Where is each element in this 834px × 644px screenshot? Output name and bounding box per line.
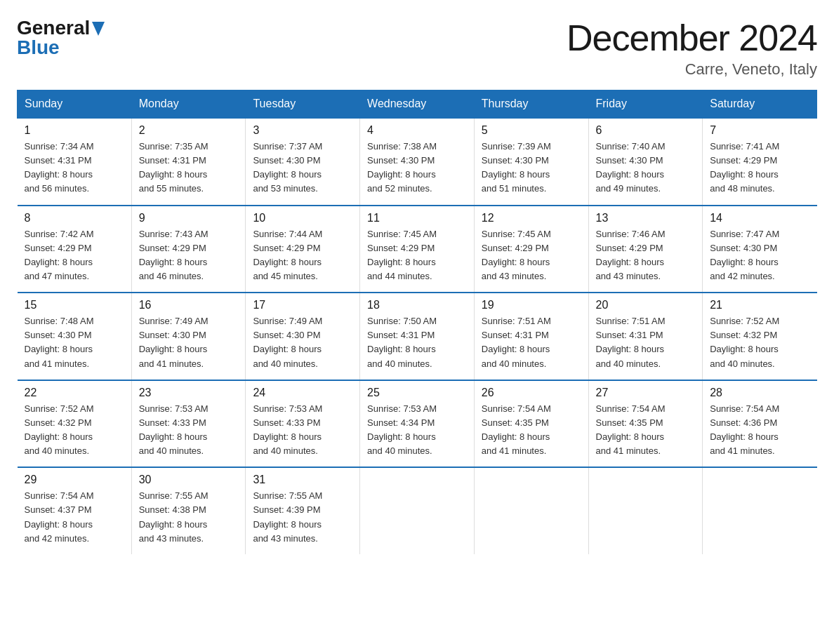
calendar-header: Sunday Monday Tuesday Wednesday Thursday…: [18, 90, 817, 119]
table-cell: 1 Sunrise: 7:34 AM Sunset: 4:31 PM Dayli…: [18, 118, 132, 206]
day-number: 31: [253, 474, 352, 486]
day-number: 9: [139, 212, 239, 224]
day-info: Sunrise: 7:38 AM Sunset: 4:30 PM Dayligh…: [367, 140, 467, 196]
day-info: Sunrise: 7:49 AM Sunset: 4:30 PM Dayligh…: [139, 314, 239, 371]
table-cell: 9 Sunrise: 7:43 AM Sunset: 4:29 PM Dayli…: [131, 206, 246, 293]
day-info: Sunrise: 7:51 AM Sunset: 4:31 PM Dayligh…: [596, 314, 696, 371]
table-cell: [474, 467, 588, 554]
day-number: 21: [710, 299, 809, 311]
table-cell: 5 Sunrise: 7:39 AM Sunset: 4:30 PM Dayli…: [474, 118, 588, 206]
table-cell: 2 Sunrise: 7:35 AM Sunset: 4:31 PM Dayli…: [131, 118, 246, 206]
day-info: Sunrise: 7:47 AM Sunset: 4:30 PM Dayligh…: [710, 227, 809, 284]
day-number: 29: [25, 474, 124, 486]
table-cell: 13 Sunrise: 7:46 AM Sunset: 4:29 PM Dayl…: [588, 206, 703, 293]
day-info: Sunrise: 7:34 AM Sunset: 4:31 PM Dayligh…: [25, 140, 124, 196]
table-cell: 11 Sunrise: 7:45 AM Sunset: 4:29 PM Dayl…: [360, 206, 475, 293]
day-number: 24: [253, 387, 352, 399]
table-cell: 10 Sunrise: 7:44 AM Sunset: 4:29 PM Dayl…: [246, 206, 360, 293]
col-monday: Monday: [131, 90, 246, 119]
day-number: 19: [482, 299, 581, 311]
table-cell: 18 Sunrise: 7:50 AM Sunset: 4:31 PM Dayl…: [360, 293, 475, 380]
day-number: 3: [253, 124, 352, 137]
day-number: 2: [139, 124, 239, 137]
table-cell: 12 Sunrise: 7:45 AM Sunset: 4:29 PM Dayl…: [474, 206, 588, 293]
day-number: 5: [482, 124, 581, 137]
day-number: 8: [25, 212, 124, 224]
table-cell: 29 Sunrise: 7:54 AM Sunset: 4:37 PM Dayl…: [18, 467, 132, 554]
day-info: Sunrise: 7:55 AM Sunset: 4:38 PM Dayligh…: [139, 489, 239, 546]
table-cell: 24 Sunrise: 7:53 AM Sunset: 4:33 PM Dayl…: [246, 380, 360, 468]
location-subtitle: Carre, Veneto, Italy: [567, 60, 817, 79]
table-cell: 25 Sunrise: 7:53 AM Sunset: 4:34 PM Dayl…: [360, 380, 475, 468]
day-info: Sunrise: 7:53 AM Sunset: 4:33 PM Dayligh…: [253, 402, 352, 459]
day-number: 20: [596, 299, 696, 311]
day-number: 13: [596, 212, 696, 224]
day-number: 17: [253, 299, 352, 311]
day-number: 10: [253, 212, 352, 224]
col-wednesday: Wednesday: [360, 90, 475, 119]
day-info: Sunrise: 7:39 AM Sunset: 4:30 PM Dayligh…: [482, 140, 581, 196]
table-cell: 7 Sunrise: 7:41 AM Sunset: 4:29 PM Dayli…: [703, 118, 817, 206]
day-info: Sunrise: 7:53 AM Sunset: 4:33 PM Dayligh…: [139, 402, 239, 459]
day-info: Sunrise: 7:35 AM Sunset: 4:31 PM Dayligh…: [139, 140, 239, 196]
day-info: Sunrise: 7:44 AM Sunset: 4:29 PM Dayligh…: [253, 227, 352, 284]
day-info: Sunrise: 7:54 AM Sunset: 4:35 PM Dayligh…: [482, 402, 581, 459]
day-info: Sunrise: 7:52 AM Sunset: 4:32 PM Dayligh…: [25, 402, 124, 459]
table-cell: [588, 467, 703, 554]
day-info: Sunrise: 7:52 AM Sunset: 4:32 PM Dayligh…: [710, 314, 809, 371]
table-cell: 17 Sunrise: 7:49 AM Sunset: 4:30 PM Dayl…: [246, 293, 360, 380]
day-number: 27: [596, 387, 696, 399]
day-number: 23: [139, 387, 239, 399]
col-saturday: Saturday: [703, 90, 817, 119]
day-info: Sunrise: 7:37 AM Sunset: 4:30 PM Dayligh…: [253, 140, 352, 196]
table-cell: 27 Sunrise: 7:54 AM Sunset: 4:35 PM Dayl…: [588, 380, 703, 468]
table-cell: [360, 467, 475, 554]
table-row: 22 Sunrise: 7:52 AM Sunset: 4:32 PM Dayl…: [18, 380, 817, 468]
table-cell: 15 Sunrise: 7:48 AM Sunset: 4:30 PM Dayl…: [18, 293, 132, 380]
table-cell: 19 Sunrise: 7:51 AM Sunset: 4:31 PM Dayl…: [474, 293, 588, 380]
table-row: 29 Sunrise: 7:54 AM Sunset: 4:37 PM Dayl…: [18, 467, 817, 554]
day-info: Sunrise: 7:46 AM Sunset: 4:29 PM Dayligh…: [596, 227, 696, 284]
page-header: General Blue December 2024 Carre, Veneto…: [17, 17, 817, 79]
day-info: Sunrise: 7:55 AM Sunset: 4:39 PM Dayligh…: [253, 489, 352, 546]
day-info: Sunrise: 7:45 AM Sunset: 4:29 PM Dayligh…: [482, 227, 581, 284]
day-info: Sunrise: 7:50 AM Sunset: 4:31 PM Dayligh…: [367, 314, 467, 371]
day-info: Sunrise: 7:43 AM Sunset: 4:29 PM Dayligh…: [139, 227, 239, 284]
day-number: 6: [596, 124, 696, 137]
table-row: 1 Sunrise: 7:34 AM Sunset: 4:31 PM Dayli…: [18, 118, 817, 206]
table-cell: 20 Sunrise: 7:51 AM Sunset: 4:31 PM Dayl…: [588, 293, 703, 380]
day-number: 26: [482, 387, 581, 399]
col-sunday: Sunday: [18, 90, 132, 119]
day-number: 12: [482, 212, 581, 224]
day-info: Sunrise: 7:54 AM Sunset: 4:37 PM Dayligh…: [25, 489, 124, 546]
table-cell: [703, 467, 817, 554]
day-number: 16: [139, 299, 239, 311]
col-tuesday: Tuesday: [246, 90, 360, 119]
logo-triangle-icon: [92, 18, 105, 41]
table-cell: 26 Sunrise: 7:54 AM Sunset: 4:35 PM Dayl…: [474, 380, 588, 468]
day-info: Sunrise: 7:48 AM Sunset: 4:30 PM Dayligh…: [25, 314, 124, 371]
table-row: 8 Sunrise: 7:42 AM Sunset: 4:29 PM Dayli…: [18, 206, 817, 293]
day-number: 1: [25, 124, 124, 137]
calendar-body: 1 Sunrise: 7:34 AM Sunset: 4:31 PM Dayli…: [18, 118, 817, 554]
table-cell: 30 Sunrise: 7:55 AM Sunset: 4:38 PM Dayl…: [131, 467, 246, 554]
table-cell: 31 Sunrise: 7:55 AM Sunset: 4:39 PM Dayl…: [246, 467, 360, 554]
day-info: Sunrise: 7:53 AM Sunset: 4:34 PM Dayligh…: [367, 402, 467, 459]
day-number: 18: [367, 299, 467, 311]
day-info: Sunrise: 7:49 AM Sunset: 4:30 PM Dayligh…: [253, 314, 352, 371]
day-info: Sunrise: 7:54 AM Sunset: 4:36 PM Dayligh…: [710, 402, 809, 459]
day-info: Sunrise: 7:51 AM Sunset: 4:31 PM Dayligh…: [482, 314, 581, 371]
day-number: 11: [367, 212, 467, 224]
day-number: 22: [25, 387, 124, 399]
day-info: Sunrise: 7:40 AM Sunset: 4:30 PM Dayligh…: [596, 140, 696, 196]
table-cell: 4 Sunrise: 7:38 AM Sunset: 4:30 PM Dayli…: [360, 118, 475, 206]
table-cell: 8 Sunrise: 7:42 AM Sunset: 4:29 PM Dayli…: [18, 206, 132, 293]
title-area: December 2024 Carre, Veneto, Italy: [567, 17, 817, 79]
table-cell: 6 Sunrise: 7:40 AM Sunset: 4:30 PM Dayli…: [588, 118, 703, 206]
calendar-table: Sunday Monday Tuesday Wednesday Thursday…: [17, 90, 817, 554]
day-info: Sunrise: 7:54 AM Sunset: 4:35 PM Dayligh…: [596, 402, 696, 459]
table-cell: 16 Sunrise: 7:49 AM Sunset: 4:30 PM Dayl…: [131, 293, 246, 380]
day-number: 30: [139, 474, 239, 486]
day-info: Sunrise: 7:42 AM Sunset: 4:29 PM Dayligh…: [25, 227, 124, 284]
month-title: December 2024: [567, 17, 817, 59]
